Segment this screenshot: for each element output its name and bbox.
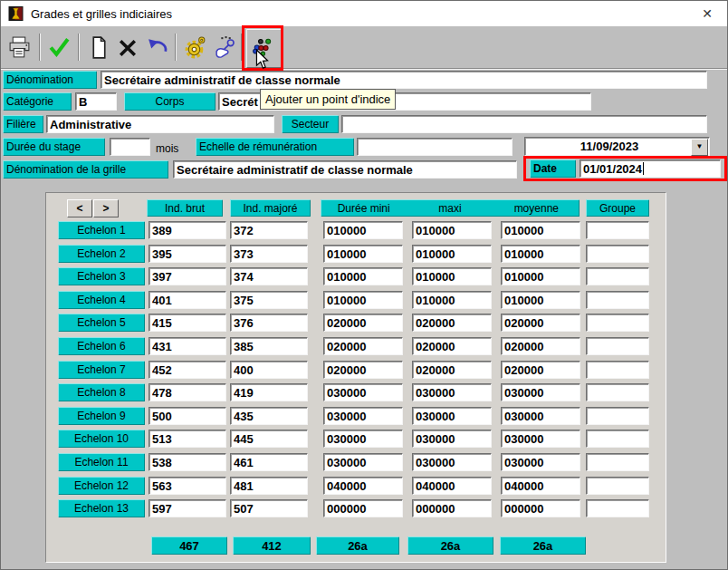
groupe-input[interactable] [586,314,649,332]
undo-button[interactable] [143,32,172,63]
groupe-input[interactable] [586,383,649,401]
duree-mini-input[interactable] [323,499,403,517]
echelon-label[interactable]: Echelon 5 [58,314,145,332]
validate-button[interactable] [44,32,73,63]
groupe-input[interactable] [586,477,649,495]
duree-mini-input[interactable] [323,291,403,309]
date-input[interactable]: 01/01/2024 [580,159,721,178]
index-select-button[interactable] [210,32,239,63]
duree-moyenne-input[interactable] [501,314,580,332]
ind-brut-input[interactable] [148,221,226,239]
print-button[interactable] [5,32,34,63]
ind-brut-input[interactable] [148,361,226,379]
ind-majore-input[interactable] [230,337,308,355]
duree-mini-input[interactable] [323,337,403,355]
ind-brut-input[interactable] [148,291,226,309]
duree-maxi-input[interactable] [412,267,492,285]
groupe-input[interactable] [586,430,649,448]
settings-button[interactable] [180,32,209,63]
categorie-input[interactable] [75,92,117,111]
duree-mini-input[interactable] [323,477,403,495]
groupe-input[interactable] [586,221,649,239]
duree-maxi-input[interactable] [412,361,492,379]
echelon-label[interactable]: Echelon 9 [58,407,145,425]
echelon-label[interactable]: Echelon 8 [58,383,145,401]
duree-moyenne-input[interactable] [501,337,580,355]
duree-maxi-input[interactable] [412,430,492,448]
ind-majore-input[interactable] [230,407,308,425]
duree-moyenne-input[interactable] [501,477,580,495]
ind-brut-input[interactable] [148,453,226,471]
ind-brut-input[interactable] [148,430,226,448]
ind-majore-input[interactable] [230,314,308,332]
duree-mini-input[interactable] [323,383,403,401]
duree-maxi-input[interactable] [412,499,492,517]
denomination-grille-input[interactable] [173,160,517,179]
ind-brut-input[interactable] [148,383,226,401]
duree-moyenne-input[interactable] [501,499,580,517]
ind-majore-input[interactable] [230,267,308,285]
duree-maxi-input[interactable] [412,383,492,401]
duree-moyenne-input[interactable] [501,291,580,309]
echelon-label[interactable]: Echelon 4 [58,291,145,309]
duree-mini-input[interactable] [323,430,403,448]
duree-moyenne-input[interactable] [501,267,580,285]
ind-brut-input[interactable] [148,245,226,263]
duree-moyenne-input[interactable] [501,221,580,239]
duree-mini-input[interactable] [323,314,403,332]
echelon-label[interactable]: Echelon 6 [58,337,145,355]
echelon-label[interactable]: Echelon 12 [58,477,145,495]
groupe-input[interactable] [586,453,649,471]
chevron-down-icon[interactable]: ▼ [691,139,708,156]
groupe-input[interactable] [586,361,649,379]
groupe-input[interactable] [586,267,649,285]
ind-majore-input[interactable] [230,477,308,495]
ind-brut-input[interactable] [148,499,226,517]
duree-moyenne-input[interactable] [501,453,580,471]
ind-brut-input[interactable] [148,314,226,332]
ind-majore-input[interactable] [230,291,308,309]
ind-majore-input[interactable] [230,221,308,239]
duree-moyenne-input[interactable] [501,407,580,425]
duree-maxi-input[interactable] [412,245,492,263]
echelon-label[interactable]: Echelon 11 [58,453,145,471]
duree-maxi-input[interactable] [412,291,492,309]
close-icon[interactable]: ✕ [700,6,714,21]
duree-moyenne-input[interactable] [501,361,580,379]
ind-brut-input[interactable] [148,407,226,425]
echelon-label[interactable]: Echelon 2 [58,245,145,263]
echelon-label[interactable]: Echelon 3 [58,267,145,285]
duree-moyenne-input[interactable] [501,383,580,401]
duree-maxi-input[interactable] [412,314,492,332]
date-dropdown[interactable]: 11/09/2023 ▼ [524,137,710,156]
denomination-input[interactable] [101,71,707,89]
echelon-label[interactable]: Echelon 10 [58,430,145,448]
duree-mini-input[interactable] [323,267,403,285]
groupe-input[interactable] [586,291,649,309]
groupe-input[interactable] [586,245,649,263]
duree-maxi-input[interactable] [412,337,492,355]
ind-brut-input[interactable] [148,337,226,355]
ind-majore-input[interactable] [230,383,308,401]
duree-mini-input[interactable] [323,361,403,379]
ind-majore-input[interactable] [230,430,308,448]
ind-majore-input[interactable] [230,453,308,471]
duree-maxi-input[interactable] [412,221,492,239]
duree-moyenne-input[interactable] [501,245,580,263]
ind-brut-input[interactable] [148,477,226,495]
duree-maxi-input[interactable] [412,407,492,425]
ind-majore-input[interactable] [230,499,308,517]
filiere-input[interactable] [46,115,274,133]
secteur-input[interactable] [341,115,707,133]
ind-majore-input[interactable] [230,245,308,263]
duree-mini-input[interactable] [323,453,403,471]
duree-stage-input[interactable] [110,138,150,156]
ind-brut-input[interactable] [148,267,226,285]
ind-majore-input[interactable] [230,361,308,379]
duree-mini-input[interactable] [323,221,403,239]
duree-maxi-input[interactable] [412,453,492,471]
add-index-point-button[interactable] [246,29,282,68]
echelon-label[interactable]: Echelon 1 [58,221,145,239]
delete-button[interactable] [113,32,142,63]
new-button[interactable] [84,32,113,63]
